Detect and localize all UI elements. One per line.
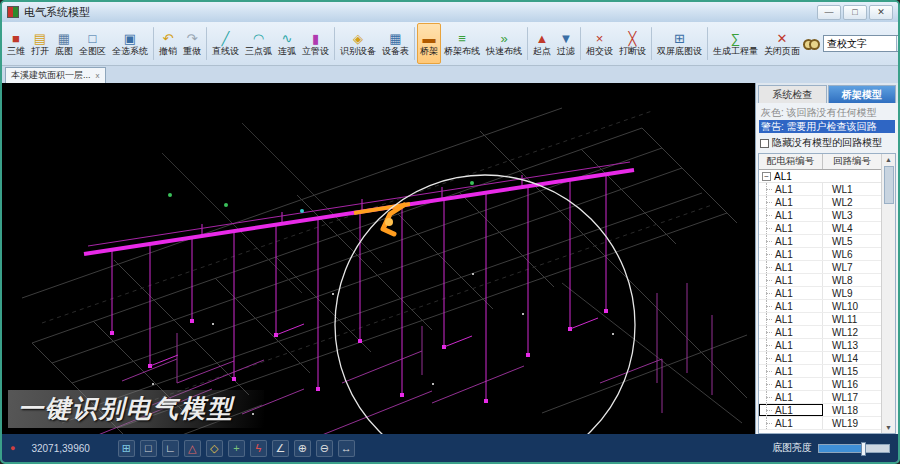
toolbar-button[interactable]: ■ 三维 xyxy=(4,23,28,64)
circuit-cell[interactable]: WL15 xyxy=(823,365,881,377)
toolbar-button[interactable]: ∑ 生成工程量 xyxy=(710,23,761,64)
toolbar-button[interactable]: ▤ 打开 xyxy=(28,23,52,64)
search-input[interactable] xyxy=(824,38,896,49)
panel-tab[interactable]: 桥架模型 xyxy=(828,85,897,103)
table-row[interactable]: AL1 WL12 xyxy=(759,326,881,339)
table-row[interactable]: AL1 WL16 xyxy=(759,378,881,391)
toolbar-button[interactable]: ✕ 关闭页面 xyxy=(761,23,803,64)
toolbar-button[interactable]: ≡ 桥架布线 xyxy=(441,23,483,64)
table-row[interactable]: AL1 WL14 xyxy=(759,352,881,365)
maximize-icon[interactable]: □ xyxy=(843,5,867,20)
otrack-icon[interactable]: + xyxy=(228,440,245,457)
box-cell[interactable]: AL1 xyxy=(759,248,823,260)
column-header-box[interactable]: 配电箱编号 xyxy=(759,154,823,169)
table-row[interactable]: AL1 WL2 xyxy=(759,196,881,209)
table-row[interactable]: AL1 WL19 xyxy=(759,417,881,430)
zoom-in-icon[interactable]: ⊕ xyxy=(294,440,311,457)
tree-group-row[interactable]: − AL1 xyxy=(759,170,881,183)
table-row[interactable]: AL1 WL5 xyxy=(759,235,881,248)
toolbar-button[interactable] xyxy=(206,27,207,60)
toolbar-button[interactable]: ∿ 连弧 xyxy=(275,23,299,64)
pan-icon[interactable]: ↔ xyxy=(338,440,355,457)
toolbar-button[interactable]: ▦ 设备表 xyxy=(379,23,412,64)
circuit-cell[interactable]: WL1 xyxy=(823,183,881,195)
table-row[interactable]: AL1 WL10 xyxy=(759,300,881,313)
box-cell[interactable]: AL1 xyxy=(759,183,823,195)
toolbar-button[interactable]: » 快速布线 xyxy=(483,23,525,64)
circuit-cell[interactable]: WL13 xyxy=(823,339,881,351)
scrollbar-thumb[interactable] xyxy=(884,166,894,204)
lightning-icon[interactable]: ϟ xyxy=(250,440,267,457)
circuit-cell[interactable]: WL7 xyxy=(823,261,881,273)
toolbar-button[interactable] xyxy=(153,27,154,60)
zoom-out-icon[interactable]: ⊖ xyxy=(316,440,333,457)
table-row[interactable]: AL1 WL1 xyxy=(759,183,881,196)
circuit-cell[interactable]: WL12 xyxy=(823,326,881,338)
circuit-cell[interactable]: WL3 xyxy=(823,209,881,221)
circuit-cell[interactable]: WL17 xyxy=(823,391,881,403)
cad-canvas[interactable]: 一键识别电气模型 xyxy=(2,83,755,434)
box-cell[interactable]: AL1 xyxy=(759,274,823,286)
circuit-cell[interactable]: WL19 xyxy=(823,417,881,429)
toolbar-button[interactable]: ▬ 桥架 xyxy=(417,23,441,64)
brightness-slider-thumb[interactable] xyxy=(861,442,866,456)
hide-empty-circuits-checkbox[interactable] xyxy=(760,139,769,148)
table-row[interactable]: AL1 WL17 xyxy=(759,391,881,404)
circuit-cell[interactable]: WL6 xyxy=(823,248,881,260)
toolbar-button[interactable] xyxy=(651,27,652,60)
minimize-icon[interactable]: — xyxy=(817,5,841,20)
ortho-icon[interactable]: ∟ xyxy=(162,440,179,457)
toolbar-button[interactable]: ↷ 重做 xyxy=(180,23,204,64)
box-cell[interactable]: AL1 xyxy=(759,378,823,390)
box-cell[interactable]: AL1 xyxy=(759,261,823,273)
osnap-icon[interactable]: ◇ xyxy=(206,440,223,457)
toolbar-button[interactable] xyxy=(527,27,528,60)
hide-empty-circuits-row[interactable]: 隐藏没有模型的回路模型 xyxy=(756,134,898,152)
table-row[interactable]: AL1 WL13 xyxy=(759,339,881,352)
box-cell[interactable]: AL1 xyxy=(759,365,823,377)
toolbar-button[interactable]: ◈ 识别设备 xyxy=(337,23,379,64)
circuit-cell[interactable]: WL14 xyxy=(823,352,881,364)
toolbar-button[interactable]: ▣ 全选系统 xyxy=(109,23,151,64)
box-cell[interactable]: AL1 xyxy=(759,196,823,208)
scroll-up-icon[interactable]: ▲ xyxy=(885,155,892,164)
polar-icon[interactable]: △ xyxy=(184,440,201,457)
circuit-cell[interactable]: WL5 xyxy=(823,235,881,247)
table-row[interactable]: AL1 WL6 xyxy=(759,248,881,261)
box-cell[interactable]: AL1 xyxy=(759,391,823,403)
box-cell[interactable]: AL1 xyxy=(759,300,823,312)
box-cell[interactable]: AL1 xyxy=(759,235,823,247)
toolbar-button[interactable]: ▼ 过滤 xyxy=(554,23,578,64)
box-cell[interactable]: AL1 xyxy=(759,287,823,299)
circuit-cell[interactable]: WL10 xyxy=(823,300,881,312)
circuit-cell[interactable]: WL4 xyxy=(823,222,881,234)
toolbar-button[interactable]: ╳ 打断设 xyxy=(616,23,649,64)
toolbar-button[interactable] xyxy=(334,27,335,60)
circuit-cell[interactable]: WL8 xyxy=(823,274,881,286)
document-tab[interactable]: 本溪建筑面积一层... x xyxy=(5,67,106,83)
toolbar-button[interactable]: □ 全图区 xyxy=(76,23,109,64)
box-cell[interactable]: AL1 xyxy=(759,339,823,351)
close-icon[interactable]: ✕ xyxy=(869,5,893,20)
box-cell[interactable]: AL1 xyxy=(759,326,823,338)
box-cell[interactable]: AL1 xyxy=(759,222,823,234)
table-row[interactable]: AL1 WL3 xyxy=(759,209,881,222)
circuit-cell[interactable]: WL16 xyxy=(823,378,881,390)
table-row[interactable]: AL1 WL4 xyxy=(759,222,881,235)
toolbar-button[interactable]: ▦ 底图 xyxy=(52,23,76,64)
collapse-icon[interactable]: − xyxy=(762,172,771,181)
box-cell[interactable]: AL1 xyxy=(759,417,823,429)
box-cell[interactable]: AL1 xyxy=(759,352,823,364)
circuit-cell[interactable]: WL11 xyxy=(823,313,881,325)
toolbar-button[interactable]: ▲ 起点 xyxy=(530,23,554,64)
toolbar-button[interactable] xyxy=(580,27,581,60)
table-row[interactable]: AL1 WL9 xyxy=(759,287,881,300)
angle-icon[interactable]: ∠ xyxy=(272,440,289,457)
snap-icon[interactable]: □ xyxy=(140,440,157,457)
brightness-slider[interactable] xyxy=(818,444,890,453)
table-row[interactable]: AL1 WL7 xyxy=(759,261,881,274)
toolbar-button[interactable] xyxy=(707,27,708,60)
toolbar-button[interactable]: ▮ 立管设 xyxy=(299,23,332,64)
table-row[interactable]: AL1 WL18 xyxy=(759,404,881,417)
search-dropdown-icon[interactable]: ▼ xyxy=(896,36,900,51)
